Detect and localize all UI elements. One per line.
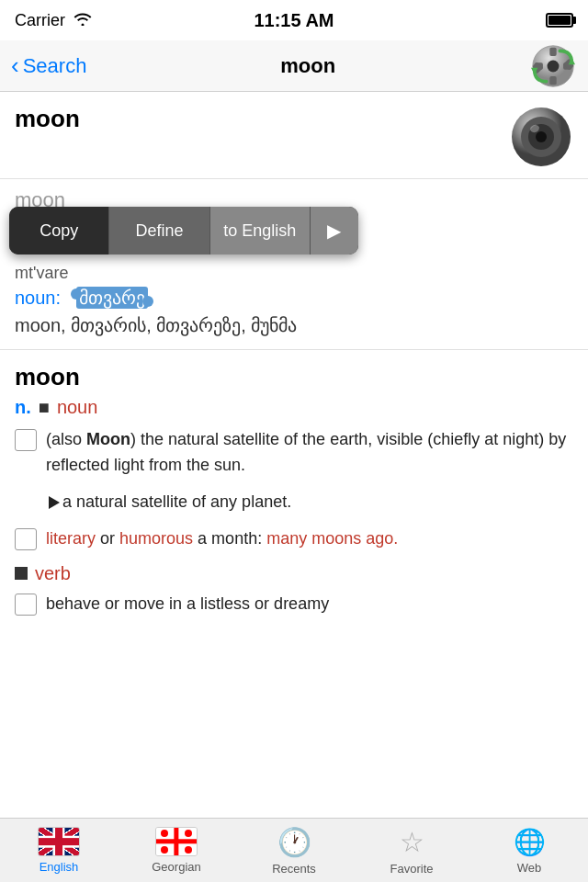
tab-bar: English Georgian 🕐 Recents ☆ Favorite 🌐 …	[0, 818, 588, 882]
copy-button[interactable]: Copy	[9, 207, 109, 254]
back-label: Search	[23, 54, 87, 78]
status-time: 11:15 AM	[254, 10, 334, 31]
or-label: or	[100, 529, 119, 548]
header-word: moon	[15, 105, 80, 133]
status-bar: Carrier 11:15 AM	[0, 0, 588, 40]
recents-icon: 🕐	[277, 826, 311, 858]
popup-menu-overlay: Copy Define to English ▶	[0, 207, 588, 254]
dict-def-2: a natural satellite of any planet.	[15, 490, 573, 515]
svg-rect-3	[549, 76, 556, 85]
def-checkbox-1[interactable]	[15, 429, 37, 451]
def-checkbox-2[interactable]	[15, 528, 37, 550]
tab-english[interactable]: English	[0, 819, 118, 882]
tab-recents-label: Recents	[272, 862, 316, 876]
play-arrow-icon	[49, 496, 60, 509]
many-moons-text: many moons ago.	[266, 529, 398, 548]
svg-rect-2	[549, 47, 556, 55]
tab-favorite-label: Favorite	[390, 862, 434, 876]
literary-label: literary	[46, 529, 96, 548]
def-text-2: a natural satellite of any planet.	[46, 490, 573, 515]
svg-point-15	[536, 131, 547, 142]
play-button[interactable]: ▶	[311, 207, 358, 254]
dict-verb-def: behave or move in a listless or dreamy	[15, 592, 573, 617]
chevron-left-icon: ‹	[11, 51, 19, 80]
humorous-label: humorous	[119, 529, 193, 548]
def-text-3: literary or humorous a month: many moons…	[46, 526, 573, 552]
speaker-icon	[509, 105, 573, 169]
georgian-section: moon Copy Define to English ▶ mt'vare no…	[0, 179, 588, 350]
tab-web-label: Web	[517, 861, 542, 875]
geo-transliteration: mt'vare	[15, 264, 573, 283]
moon-bold: Moon	[86, 430, 130, 448]
tab-english-label: English	[40, 860, 79, 874]
dict-def-3: literary or humorous a month: many moons…	[15, 526, 573, 552]
dict-section: moon n. ■ noun (also Moon) the natural s…	[0, 350, 588, 629]
georgian-flag-icon	[155, 827, 198, 856]
dict-word: moon	[15, 363, 573, 391]
dict-noun-label: noun	[57, 397, 98, 418]
word-header: moon	[0, 92, 588, 179]
svg-point-1	[548, 60, 560, 72]
def-checkbox-3[interactable]	[15, 594, 37, 616]
dict-def-1: (also Moon) the natural satellite of the…	[15, 427, 573, 479]
gear-icon	[531, 44, 575, 88]
status-left: Carrier	[15, 11, 93, 30]
geo-noun-line: noun: მთვარე	[15, 287, 573, 309]
tab-recents[interactable]: 🕐 Recents	[235, 819, 353, 882]
tab-georgian[interactable]: Georgian	[118, 819, 235, 882]
wifi-icon	[73, 11, 93, 30]
battery-icon	[546, 13, 573, 28]
carrier-label: Carrier	[15, 11, 65, 30]
noun-label: noun:	[15, 288, 61, 308]
verb-def-text: behave or move in a listless or dreamy	[46, 592, 573, 617]
web-icon: 🌐	[514, 827, 546, 857]
nav-bar: ‹ Search moon	[0, 40, 588, 92]
speaker-button[interactable]	[509, 105, 573, 169]
def-text-1: (also Moon) the natural satellite of the…	[46, 427, 573, 479]
dict-verb-line: verb	[15, 563, 573, 584]
nav-title: moon	[280, 54, 335, 78]
popup-menu: Copy Define to English ▶	[9, 207, 358, 254]
geo-translations: moon, მთვარის, მთვარეზე, მუნმა	[15, 314, 573, 336]
month-text: a month:	[198, 529, 266, 548]
to-english-button[interactable]: to English	[210, 207, 311, 254]
tab-web[interactable]: 🌐 Web	[470, 819, 588, 882]
favorite-icon: ☆	[400, 826, 424, 858]
settings-button[interactable]	[529, 42, 577, 90]
tab-favorite[interactable]: ☆ Favorite	[353, 819, 470, 882]
tab-georgian-label: Georgian	[152, 860, 200, 874]
status-right	[546, 13, 573, 28]
dict-pos-dot: ■	[39, 397, 50, 418]
verb-dot	[15, 567, 28, 580]
english-flag-icon	[38, 827, 80, 856]
dict-n-label: n.	[15, 397, 31, 418]
geo-selected-word: მთვარე	[76, 287, 148, 309]
define-button[interactable]: Define	[109, 207, 209, 254]
back-button[interactable]: ‹ Search	[11, 51, 86, 80]
verb-label: verb	[35, 563, 71, 584]
content-area: moon moon	[0, 92, 588, 818]
dict-pos-line: n. ■ noun	[15, 397, 573, 418]
